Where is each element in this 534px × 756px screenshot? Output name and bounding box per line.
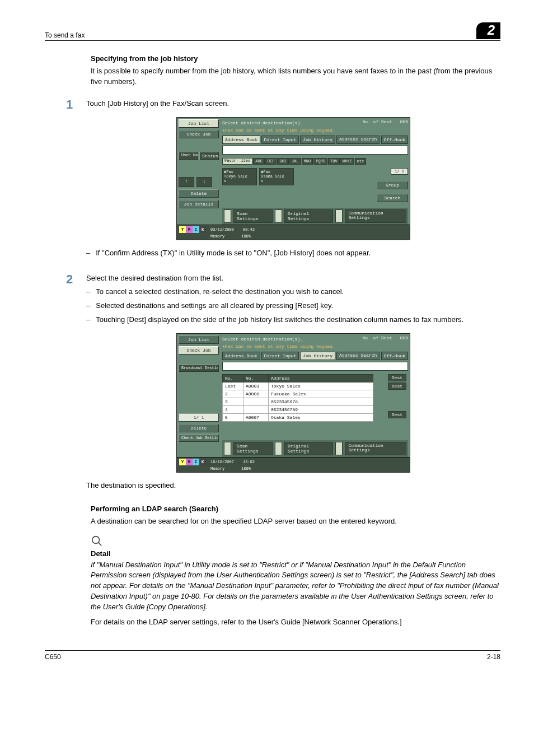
filter-def[interactable]: DEF [265,158,277,165]
section-intro: It is possible to specify number from th… [91,66,500,87]
filter-mno[interactable]: MNO [302,158,313,165]
check-job-button[interactable]: Check Job [179,346,219,354]
main-tabs: Address Book Direct Input Job History Ad… [222,352,408,360]
job-details-button[interactable]: Job Details [179,200,219,208]
filter-abc[interactable]: ABC [253,158,265,165]
toner-levels: Y M C K [179,226,206,233]
table-row[interactable]: 40523456789 [223,405,373,413]
fax-screen-job-history: Job List Check Job Broadcast Destination… [176,333,410,473]
arrow-row: ↑ ↓ [179,177,219,187]
tab-job-history[interactable]: Job History [300,352,335,360]
footer-memory-label: Memory [210,234,224,239]
step-number: 2 [66,272,86,287]
section-title-ldap: Performing an LDAP search (Search) [91,505,500,513]
scan-settings-button[interactable]: Scan Settings [233,209,273,223]
status-tab[interactable]: Status [199,152,219,160]
footer-time: 13:02 [243,460,255,464]
filter-jkl[interactable]: JKL [289,158,301,165]
tab-address-search[interactable]: Address Search [336,136,380,144]
toner-m-icon: M [186,459,193,465]
dest-card[interactable]: ☎FaxOsaka Sales [259,168,294,185]
arrow-up-icon[interactable]: ↑ [179,177,194,187]
fax-screen-address-book: Job List Check Job User Name Status ↑ ↓ [176,117,410,240]
dest-card[interactable]: ☎FaxTokyo Sales [222,168,257,185]
tab-job-history[interactable]: Job History [300,136,335,144]
footer-memory-pct: 100% [241,234,251,239]
filter-ghi[interactable]: GHI [277,158,289,165]
tab-address-book[interactable]: Address Book [222,352,260,360]
delete-button[interactable]: Delete [179,424,219,432]
status-footer: Y M C K 10/19/2007 13:02 [177,457,410,466]
bullet: Selected destinations and settings are a… [97,301,500,311]
footer-time: 00:43 [243,227,255,232]
col-header: No. [243,374,269,382]
communication-settings-button[interactable]: Communication Settings [345,209,406,223]
col-header: No. [223,374,243,382]
job-list-button[interactable]: Job List [179,335,219,344]
svg-line-1 [99,542,102,545]
arrow-down-icon[interactable]: ↓ [196,177,212,187]
table-row[interactable]: 30523345678 [223,398,373,405]
job-list-button[interactable]: Job List [179,119,219,128]
filter-favorites[interactable]: Favor- ites [222,158,252,165]
page-footer: C650 2-18 [45,650,500,661]
delete-button[interactable]: Delete [179,189,219,198]
original-icon [275,209,282,223]
step-text: Touch [Job History] on the Fax/Scan scre… [86,99,500,109]
filter-wxyz[interactable]: WXYZ [340,158,354,165]
group-button[interactable]: Group [377,181,408,189]
input-strip[interactable] [222,362,408,371]
header-left: To send a fax [45,31,85,39]
step-2: 2 Select the desired destination from th… [91,272,500,494]
toner-y-icon: Y [179,459,186,465]
page-indicator: 1/ 1 [391,168,408,175]
scan-icon [224,209,231,223]
toner-k-icon: K [199,226,206,233]
check-job-settings-button[interactable]: Check Job Settings [179,435,219,442]
filter-pqrs[interactable]: PQRS [313,158,327,165]
search-button[interactable]: Search [377,194,408,202]
user-name-tab[interactable]: User Name [179,152,198,160]
broadcast-dest-label: Broadcast Destinations [179,365,219,372]
communication-settings-button[interactable]: Communication Settings [345,442,406,455]
original-settings-button[interactable]: Original Settings [284,209,333,223]
tab-off-hook[interactable]: Off-Hook [381,352,408,360]
footer-memory-pct: 100% [241,466,251,471]
result-text: The destination is specified. [86,480,500,491]
bottom-toolbar: Scan Settings Original Settings Communic… [222,440,408,457]
page-indicator: 1/ 1 [179,413,219,422]
original-settings-button[interactable]: Original Settings [284,442,333,455]
bullet: Touching [Dest] displayed on the side of… [97,315,500,325]
tab-direct-input[interactable]: Direct Input [261,352,299,360]
dest-toggle-button[interactable]: Dest [388,374,406,381]
tab-off-hook[interactable]: Off-Hook [381,136,408,144]
note: If "Confirm Address (TX)" in Utility mod… [97,248,500,259]
table-row[interactable]: 2A0008Fukuoka Sales [223,390,373,398]
hint-message: ★Fax can be sent at any time using keypa… [222,343,408,350]
input-strip[interactable] [222,146,408,155]
footer-date: 03/11/2008 [210,227,234,232]
table-row[interactable]: 5A0007Osaka Sales [223,413,373,421]
table-row[interactable]: LastA0003Tokyo Sales [223,382,373,390]
tab-address-book[interactable]: Address Book [222,136,260,144]
dest-count: No. of Dest. 000 [362,119,408,124]
toner-c-icon: C [193,459,199,465]
main-tabs: Address Book Direct Input Job History Ad… [222,136,408,144]
tab-address-search[interactable]: Address Search [336,352,380,360]
col-header: Address [269,374,373,382]
comm-icon [335,442,343,455]
dest-toggle-button[interactable]: Dest [388,382,406,390]
bottom-toolbar: Scan Settings Original Settings Communic… [222,208,408,225]
scan-settings-button[interactable]: Scan Settings [233,442,273,455]
dest-toggle-button[interactable]: Dest [388,411,406,418]
bullet: To cancel a selected destination, re-sel… [97,287,500,297]
footer-memory-label: Memory [210,466,224,471]
filter-tuv[interactable]: TUV [328,158,340,165]
check-job-button[interactable]: Check Job [179,130,219,138]
toner-k-icon: K [199,459,206,465]
filter-etc[interactable]: etc [355,158,367,165]
tab-direct-input[interactable]: Direct Input [261,136,299,144]
detail-label: Detail [91,549,500,558]
step-number: 1 [66,97,86,112]
scan-icon [224,442,231,455]
